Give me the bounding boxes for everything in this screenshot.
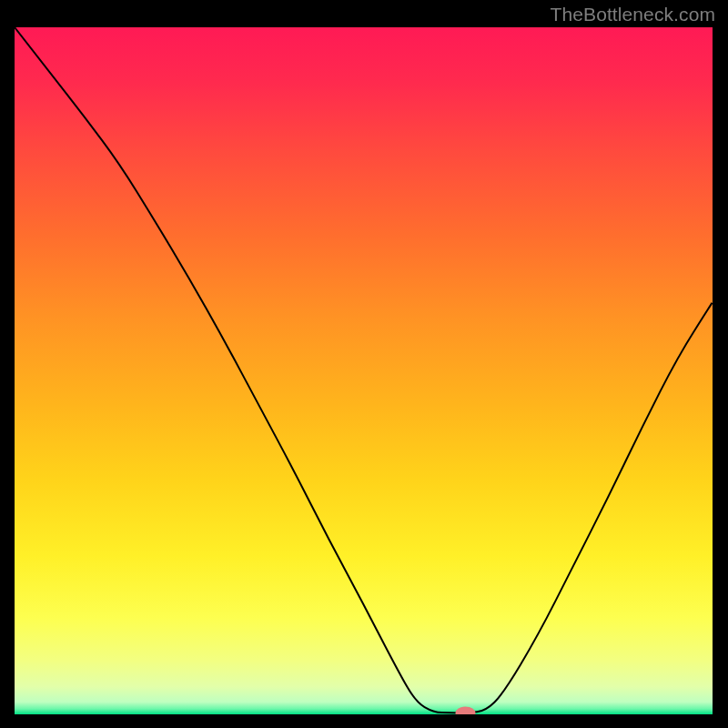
watermark-text: TheBottleneck.com (551, 4, 715, 25)
chart-container: TheBottleneck.com (0, 0, 728, 728)
gradient-plot-svg (15, 27, 713, 714)
gradient-background (15, 27, 713, 714)
plot-area (15, 27, 713, 714)
